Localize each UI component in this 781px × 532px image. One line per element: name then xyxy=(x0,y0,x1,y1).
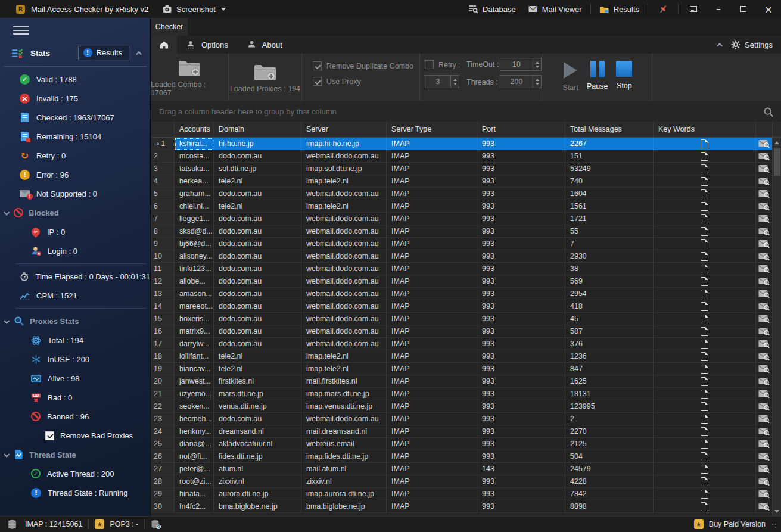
cell-server[interactable]: mail.dreamsand.nl xyxy=(301,425,387,438)
cell-key-words[interactable] xyxy=(654,238,756,250)
cell-mail-view[interactable] xyxy=(756,325,773,338)
database-refresh-icon[interactable] xyxy=(151,519,161,530)
cell-total-messages[interactable]: 18131 xyxy=(565,388,654,400)
keywords-page-icon[interactable] xyxy=(701,139,708,148)
keywords-page-icon[interactable] xyxy=(701,302,708,311)
mail-search-icon[interactable] xyxy=(758,302,770,310)
cell-server-type[interactable]: IMAP xyxy=(387,288,477,300)
cell-server[interactable]: mail.firstkites.nl xyxy=(301,375,387,388)
cell-total-messages[interactable]: 8898 xyxy=(565,500,654,513)
keywords-page-icon[interactable] xyxy=(701,352,708,361)
table-row[interactable]: → 26 not@fi... fides.dti.ne.jp imap.fide… xyxy=(151,450,773,463)
cell-key-words[interactable] xyxy=(654,175,756,188)
retry-checkbox[interactable]: Retry : xyxy=(425,60,460,69)
table-row[interactable]: → 5 graham... dodo.com.au webmail.dodo.c… xyxy=(151,188,773,200)
cell-key-words[interactable] xyxy=(654,438,756,450)
cell-accounts[interactable]: hinata... xyxy=(175,488,214,500)
cell-mail-view[interactable] xyxy=(756,300,773,313)
cell-port[interactable]: 993 xyxy=(477,338,565,350)
cell-domain[interactable]: dodo.com.au xyxy=(214,213,301,225)
cell-port[interactable]: 993 xyxy=(477,175,565,188)
keywords-page-icon[interactable] xyxy=(701,227,708,236)
cell-total-messages[interactable]: 2930 xyxy=(565,250,654,263)
mail-search-icon[interactable] xyxy=(758,477,770,486)
vertical-scrollbar[interactable] xyxy=(772,138,781,516)
cell-accounts[interactable]: seoken... xyxy=(175,400,214,413)
cell-domain[interactable]: dodo.com.au xyxy=(214,325,301,338)
table-row[interactable]: → 11 tinki123... dodo.com.au webmail.dod… xyxy=(151,263,773,275)
cell-key-words[interactable] xyxy=(654,450,756,463)
cell-accounts[interactable]: uzyemo... xyxy=(175,388,214,400)
cell-mail-view[interactable] xyxy=(756,488,773,500)
step-up-icon[interactable] xyxy=(536,79,539,81)
group-proxies-stats[interactable]: Proxies Stats xyxy=(0,312,150,331)
mail-search-icon[interactable] xyxy=(758,502,770,511)
timeout-stepper[interactable]: 10 xyxy=(500,58,542,71)
mail-search-icon[interactable] xyxy=(758,340,770,348)
cell-total-messages[interactable]: 1625 xyxy=(565,375,654,388)
cell-port[interactable]: 993 xyxy=(477,450,565,463)
cell-server-type[interactable]: IMAP xyxy=(387,163,477,175)
header-port[interactable]: Port xyxy=(477,122,565,137)
cell-key-words[interactable] xyxy=(654,400,756,413)
cell-key-words[interactable] xyxy=(654,288,756,300)
keywords-page-icon[interactable] xyxy=(701,164,708,173)
maximize-button[interactable] xyxy=(731,0,756,18)
keywords-page-icon[interactable] xyxy=(701,390,708,399)
settings-button[interactable]: Settings xyxy=(731,40,773,49)
checkbox-checked-icon[interactable] xyxy=(313,77,322,86)
table-row[interactable]: → 14 mareeot... dodo.com.au webmail.dodo… xyxy=(151,300,773,313)
keywords-page-icon[interactable] xyxy=(701,415,708,424)
cell-server-type[interactable]: IMAP xyxy=(387,263,477,275)
cell-server[interactable]: webmail.dodo.com.au xyxy=(301,275,387,288)
cell-total-messages[interactable]: 1236 xyxy=(565,350,654,363)
mail-search-icon[interactable] xyxy=(758,177,770,185)
cell-mail-view[interactable] xyxy=(756,338,773,350)
cell-accounts[interactable]: graham... xyxy=(175,188,214,200)
header-accounts[interactable]: Accounts xyxy=(175,122,214,137)
stop-button[interactable]: Stop xyxy=(616,61,632,90)
cell-domain[interactable]: tele2.nl xyxy=(214,175,301,188)
cell-server-type[interactable]: IMAP xyxy=(387,475,477,488)
start-button[interactable]: Start xyxy=(563,61,578,92)
stat-proxy-inuse[interactable]: InUSE : 200 xyxy=(0,350,150,369)
cell-port[interactable]: 993 xyxy=(477,225,565,238)
mail-search-icon[interactable] xyxy=(758,315,770,323)
cell-port[interactable]: 993 xyxy=(477,163,565,175)
cell-total-messages[interactable]: 2270 xyxy=(565,425,654,438)
table-row[interactable]: → 21 uzyemo... mars.dti.ne.jp imap.mars.… xyxy=(151,388,773,400)
cell-key-words[interactable] xyxy=(654,225,756,238)
stat-proxy-bad[interactable]: Bad : 0 xyxy=(0,388,150,407)
cell-port[interactable]: 993 xyxy=(477,413,565,425)
retry-count-stepper[interactable]: 3 xyxy=(425,75,459,88)
cell-domain[interactable]: dodo.com.au xyxy=(214,238,301,250)
step-up-icon[interactable] xyxy=(453,79,457,81)
cell-server[interactable]: webmail.dodo.com.au xyxy=(301,263,387,275)
mail-search-icon[interactable] xyxy=(758,152,770,160)
mail-search-icon[interactable] xyxy=(758,239,770,248)
cell-accounts[interactable]: sksd@d... xyxy=(175,225,214,238)
threads-stepper[interactable]: 200 xyxy=(500,75,542,88)
table-row[interactable]: → 24 henkmy... dreamsand.nl mail.dreamsa… xyxy=(151,425,773,438)
cell-accounts[interactable]: janwest... xyxy=(175,375,214,388)
table-row[interactable]: → 19 biancav... tele2.nl imap.tele2.nl I… xyxy=(151,363,773,375)
cell-mail-view[interactable] xyxy=(756,213,773,225)
cell-accounts[interactable]: allobe... xyxy=(175,275,214,288)
cell-server[interactable]: bma.biglobe.ne.jp xyxy=(301,500,387,513)
mail-viewer-button[interactable]: Mail Viewer xyxy=(522,0,588,18)
cell-server-type[interactable]: IMAP xyxy=(387,488,477,500)
keywords-page-icon[interactable] xyxy=(701,265,708,273)
cell-server[interactable]: webmail.dodo.com.au xyxy=(301,188,387,200)
cell-accounts[interactable]: alisoney... xyxy=(175,250,214,263)
group-blocked[interactable]: Blocked xyxy=(0,203,150,222)
mail-search-icon[interactable] xyxy=(758,189,770,198)
mail-search-icon[interactable] xyxy=(758,227,770,235)
mail-search-icon[interactable] xyxy=(758,390,770,398)
cell-total-messages[interactable]: 151 xyxy=(565,150,654,163)
step-down-icon[interactable] xyxy=(536,66,539,68)
loaded-proxies-button[interactable]: Loaded Proxies : 194 xyxy=(229,54,301,101)
cell-total-messages[interactable]: 123995 xyxy=(565,400,654,413)
cell-server-type[interactable]: IMAP xyxy=(387,225,477,238)
cell-total-messages[interactable]: 2 xyxy=(565,413,654,425)
cell-total-messages[interactable]: 1604 xyxy=(565,188,654,200)
